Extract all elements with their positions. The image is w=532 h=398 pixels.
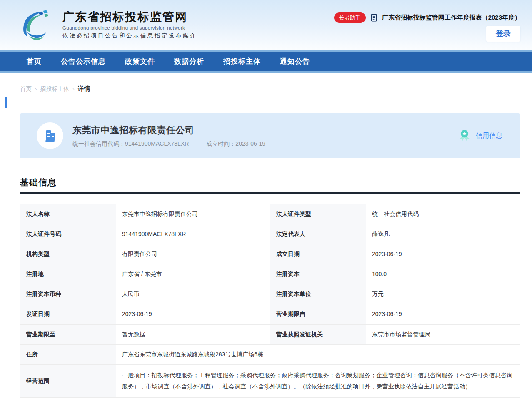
site-subtitle-english: Guangdong province bidding and supervisi… xyxy=(62,25,197,30)
company-avatar xyxy=(37,122,63,149)
field-value: 2023-06-19 xyxy=(366,244,520,264)
table-row: 法人证件号码91441900MACLX78LXR法定代表人薛逸凡 xyxy=(20,224,520,244)
field-label: 注册资本单位 xyxy=(270,284,366,304)
table-row: 经营范围一般项目：招投标代理服务；工程管理服务；采购代理服务；政府采购代理服务；… xyxy=(20,364,520,398)
field-label: 法定代表人 xyxy=(270,224,366,244)
field-value: 广东省东莞市东城街道东城路东城段283号世博广场6栋 xyxy=(116,344,520,364)
breadcrumb: 首页›招投标主体›详情 xyxy=(20,85,520,93)
breadcrumb-current: 详情 xyxy=(78,85,90,93)
field-label: 成立日期 xyxy=(270,244,366,264)
table-row: 机构类型有限责任公司成立日期2023-06-19 xyxy=(20,244,520,264)
site-slogan: 依法必招项目公告和公示信息指定发布媒介 xyxy=(62,32,197,40)
company-summary-card: 东莞市中逸招标有限责任公司 统一社会信用代码：91441900MACLX78LX… xyxy=(20,113,520,158)
credit-info-link[interactable]: 信用信息 xyxy=(459,129,502,142)
nav-item-data-analysis[interactable]: 数据分析 xyxy=(174,57,204,66)
field-value: 统一社会信用代码 xyxy=(366,204,520,224)
table-row: 法人名称东莞市中逸招标有限责任公司法人证件类型统一社会信用代码 xyxy=(20,204,520,224)
company-info: 东莞市中逸招标有限责任公司 统一社会信用代码：91441900MACLX78LX… xyxy=(72,124,265,148)
field-label: 营业执照发证机关 xyxy=(270,324,366,344)
credit-code-value: 91441900MACLX78LXR xyxy=(125,140,189,147)
field-label: 经营范围 xyxy=(20,364,116,398)
company-meta: 统一社会信用代码：91441900MACLX78LXR成立时间：2023-06-… xyxy=(72,140,265,148)
left-scroll-thumb[interactable] xyxy=(5,97,7,108)
field-label: 注册资本 xyxy=(270,264,366,284)
table-row: 注册地广东省 / 东莞市注册资本100.0 xyxy=(20,264,520,284)
field-value: 2023-06-19 xyxy=(116,304,270,324)
header-right-links: 长者助手 广东省招标投标监管网工作年度报表（2023年度） xyxy=(334,12,521,23)
building-icon xyxy=(42,127,58,144)
medal-icon xyxy=(459,129,470,142)
breadcrumb-divider xyxy=(20,97,520,97)
section-title-basic-info: 基础信息 xyxy=(20,177,520,188)
field-value: 100.0 xyxy=(366,264,520,284)
credit-code-label: 统一社会信用代码： xyxy=(72,140,125,147)
section-title-underline xyxy=(20,192,520,194)
field-label: 法人名称 xyxy=(20,204,116,224)
field-value: 人民币 xyxy=(116,284,270,304)
field-label: 发证日期 xyxy=(20,304,116,324)
breadcrumb-separator: › xyxy=(72,86,74,92)
site-header: 广东省招标投标监管网 Guangdong province bidding an… xyxy=(0,0,532,50)
login-button[interactable]: 登录 xyxy=(486,26,520,42)
annual-report-link[interactable]: 广东省招标投标监管网工作年度报表（2023年度） xyxy=(382,14,521,22)
logo-block: 广东省招标投标监管网 Guangdong province bidding an… xyxy=(20,7,197,42)
main-content: 首页›招投标主体›详情 东莞市中逸招标有限责任公司 统一社会信用代码：91441… xyxy=(20,85,520,398)
breadcrumb-link-1[interactable]: 招投标主体 xyxy=(40,85,69,93)
credit-info-label: 信用信息 xyxy=(476,132,502,140)
field-value: 一般项目：招投标代理服务；工程管理服务；采购代理服务；政府采购代理服务；咨询策划… xyxy=(116,364,520,398)
nav-item-notices[interactable]: 通知公告 xyxy=(280,57,310,66)
field-value: 广东省 / 东莞市 xyxy=(116,264,270,284)
field-label: 法人证件类型 xyxy=(270,204,366,224)
field-value: 东莞市中逸招标有限责任公司 xyxy=(116,204,270,224)
field-label: 注册地 xyxy=(20,264,116,284)
field-value: 薛逸凡 xyxy=(366,224,520,244)
site-title-block: 广东省招标投标监管网 Guangdong province bidding an… xyxy=(62,7,197,40)
nav-item-policy-documents[interactable]: 政策文件 xyxy=(125,57,155,66)
basic-info-table: 法人名称东莞市中逸招标有限责任公司法人证件类型统一社会信用代码法人证件号码914… xyxy=(20,204,520,398)
page: 广东省招标投标监管网 Guangdong province bidding an… xyxy=(0,0,532,398)
field-label: 住所 xyxy=(20,344,116,364)
table-row: 注册资本币种人民币注册资本单位万元 xyxy=(20,284,520,304)
table-row: 住所广东省东莞市东城街道东城路东城段283号世博广场6栋 xyxy=(20,344,520,364)
nav-bar: 首页公告公示信息政策文件数据分析招投标主体通知公告 xyxy=(0,52,532,71)
field-label: 注册资本币种 xyxy=(20,284,116,304)
table-row: 营业期限至暂无数据营业执照发证机关东莞市市场监督管理局 xyxy=(20,324,520,344)
founded-value: 2023-06-19 xyxy=(235,140,265,147)
elder-helper-button[interactable]: 长者助手 xyxy=(334,12,366,23)
nav-item-home[interactable]: 首页 xyxy=(27,57,42,66)
table-row: 发证日期2023-06-19营业期限自2023-06-19 xyxy=(20,304,520,324)
field-label: 营业期限至 xyxy=(20,324,116,344)
main-nav: 首页公告公示信息政策文件数据分析招投标主体通知公告 xyxy=(0,50,532,73)
site-logo-icon xyxy=(20,7,52,42)
breadcrumb-separator: › xyxy=(35,86,37,92)
field-label: 法人证件号码 xyxy=(20,224,116,244)
site-title: 广东省招标投标监管网 xyxy=(62,10,197,24)
field-value: 2023-06-19 xyxy=(366,304,520,324)
company-name: 东莞市中逸招标有限责任公司 xyxy=(72,124,265,137)
field-value: 万元 xyxy=(366,284,520,304)
document-icon xyxy=(370,13,378,22)
field-label: 机构类型 xyxy=(20,244,116,264)
breadcrumb-link-0[interactable]: 首页 xyxy=(20,85,32,93)
field-value: 91441900MACLX78LXR xyxy=(116,224,270,244)
nav-bottom-strip xyxy=(0,71,532,73)
field-value: 有限责任公司 xyxy=(116,244,270,264)
field-value: 暂无数据 xyxy=(116,324,270,344)
field-label: 营业期限自 xyxy=(270,304,366,324)
nav-item-announcements[interactable]: 公告公示信息 xyxy=(61,57,106,66)
field-value: 东莞市市场监督管理局 xyxy=(366,324,520,344)
founded-label: 成立时间： xyxy=(206,140,235,147)
nav-item-bidding-entities[interactable]: 招投标主体 xyxy=(223,57,261,66)
